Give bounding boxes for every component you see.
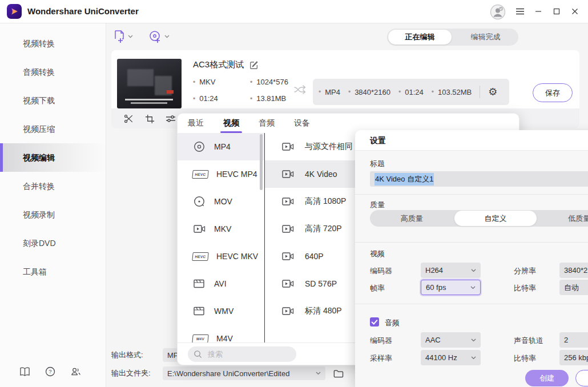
format-item-mov[interactable]: MOV <box>178 188 264 215</box>
samplerate-label: 采样率 <box>370 353 392 364</box>
sidebar-item-video-edit[interactable]: 视频编辑 <box>0 143 106 172</box>
quality-label: 质量 <box>370 200 385 210</box>
source-format: MKV <box>193 78 250 86</box>
convert-arrow-icon <box>293 83 308 96</box>
settings-panel: 设置 标题 4K Video 自定义1 质量 高质量 自定义 低质量 视频 编码… <box>355 130 588 387</box>
format-item-hevc-mkv[interactable]: HEVC HEVC MKV <box>178 243 264 270</box>
video-camera-icon <box>281 278 295 289</box>
framerate-label: 帧率 <box>370 283 385 293</box>
video-encoder-select[interactable]: H264 <box>421 263 481 278</box>
effects-sliders-icon[interactable] <box>164 112 178 126</box>
save-button[interactable]: 保存 <box>533 83 573 102</box>
open-folder-icon[interactable] <box>333 369 344 378</box>
video-camera-icon <box>281 305 295 317</box>
tab-video[interactable]: 视频 <box>223 114 239 133</box>
output-format-label: 输出格式: <box>111 350 163 360</box>
audio-bitrate-field[interactable]: 256 kbps <box>559 350 588 365</box>
sidebar-item-toolbox[interactable]: 工具箱 <box>0 257 106 286</box>
framerate-select[interactable]: 60 fps <box>421 280 481 295</box>
contacts-icon[interactable] <box>70 366 81 377</box>
tab-edit-done[interactable]: 编辑完成 <box>454 30 517 45</box>
tab-device[interactable]: 设备 <box>294 114 310 133</box>
samplerate-select[interactable]: 44100 Hz <box>421 350 481 365</box>
format-item-m4v[interactable]: M4V M4V <box>178 325 264 343</box>
source-duration: 01:24 <box>193 94 250 103</box>
menu-icon[interactable] <box>512 0 529 23</box>
minimize-button[interactable] <box>530 0 547 23</box>
output-folder-select[interactable]: E:\Wondershare UniConverter\Edited <box>163 366 325 380</box>
format-item-hevc-mp4[interactable]: HEVC HEVC MP4 <box>178 160 264 188</box>
audio-section-label: 音频 <box>385 318 400 328</box>
audio-encoder-select[interactable]: AAC <box>421 332 481 348</box>
crop-icon[interactable] <box>143 112 156 126</box>
sidebar-item-screen-record[interactable]: 视频录制 <box>0 200 106 229</box>
video-camera-icon <box>281 141 295 152</box>
tab-recent[interactable]: 最近 <box>188 114 204 133</box>
tab-editing[interactable]: 正在编辑 <box>388 30 452 45</box>
search-icon <box>194 350 202 358</box>
hevc-badge-icon: HEVC <box>192 252 209 261</box>
output-duration: 01:24 <box>398 88 424 96</box>
resolution-label: 分辨率 <box>514 266 536 276</box>
clapperboard-icon <box>192 278 206 289</box>
video-camera-icon <box>281 251 295 262</box>
video-bitrate-field[interactable]: 自动 <box>559 280 588 295</box>
video-thumbnail[interactable] <box>117 59 182 108</box>
titlebar: Wondershare UniConverter <box>0 0 588 23</box>
format-item-mkv[interactable]: MKV <box>178 215 264 243</box>
audio-channel-field[interactable]: 2 <box>559 332 588 348</box>
audio-bitrate-label: 比特率 <box>514 353 536 364</box>
video-camera-icon <box>281 168 295 180</box>
format-list-scrollbar[interactable] <box>260 134 263 190</box>
format-item-avi[interactable]: AVI <box>178 270 264 297</box>
source-resolution: 1024*576 <box>250 78 288 86</box>
secondary-button-partial[interactable] <box>575 370 588 386</box>
sidebar-item-video-compress[interactable]: 视频压缩 <box>0 115 106 143</box>
sidebar-item-video-convert[interactable]: 视频转换 <box>0 29 106 58</box>
sidebar: 视频转换 音频转换 视频下载 视频压缩 视频编辑 合并转换 视频录制 刻录DVD… <box>0 23 106 387</box>
output-folder-row: 输出文件夹: E:\Wondershare UniConverter\Edite… <box>111 366 344 380</box>
add-disc-button[interactable] <box>148 30 170 43</box>
format-item-mp4[interactable]: MP4 <box>178 133 264 160</box>
quality-option-low[interactable]: 低质量 <box>538 211 588 226</box>
video-camera-icon <box>281 196 295 207</box>
sidebar-item-burn-dvd[interactable]: 刻录DVD <box>0 229 106 257</box>
search-input-wrap[interactable] <box>188 346 296 362</box>
close-button[interactable] <box>566 0 583 23</box>
add-file-icon <box>113 30 126 43</box>
chevron-down-icon <box>164 35 170 38</box>
video-section-label: 视频 <box>370 249 385 259</box>
audio-checkbox[interactable] <box>370 317 379 326</box>
format-item-wmv[interactable]: WMV <box>178 297 264 325</box>
resolution-field[interactable]: 3840*2160 <box>559 263 588 278</box>
guide-book-icon[interactable] <box>19 366 30 377</box>
disc-dot-icon <box>192 195 206 208</box>
task-title: AC3格式测试 <box>193 59 244 70</box>
add-file-button[interactable] <box>113 30 133 43</box>
create-button[interactable]: 创建 <box>525 370 569 386</box>
app-title: Wondershare UniConverter <box>27 0 139 23</box>
account-avatar-icon[interactable] <box>490 4 506 20</box>
source-size: 13.81MB <box>250 94 288 103</box>
quality-segmented-control: 高质量 自定义 低质量 <box>370 210 588 227</box>
audio-channel-label: 声音轨道 <box>514 336 543 346</box>
tab-audio[interactable]: 音频 <box>259 114 275 133</box>
title-input[interactable]: 4K Video 自定义1 <box>370 171 588 187</box>
quality-option-high[interactable]: 高质量 <box>370 211 453 226</box>
sidebar-item-audio-convert[interactable]: 音频转换 <box>0 58 106 86</box>
sidebar-footer: ? <box>0 366 125 377</box>
output-settings-gear-icon[interactable]: ⚙ <box>488 87 497 97</box>
maximize-button[interactable] <box>548 0 565 23</box>
divider <box>480 86 480 98</box>
search-input[interactable] <box>207 349 283 359</box>
rename-icon[interactable] <box>249 61 259 70</box>
trim-scissors-icon[interactable] <box>122 112 135 126</box>
quality-option-custom[interactable]: 自定义 <box>454 211 537 226</box>
video-camera-icon <box>281 223 295 235</box>
disc-icon <box>192 140 206 154</box>
m4v-badge-icon: M4V <box>192 334 209 343</box>
svg-text:?: ? <box>49 368 51 374</box>
sidebar-item-merge-convert[interactable]: 合并转换 <box>0 172 106 200</box>
help-icon[interactable]: ? <box>45 366 55 377</box>
sidebar-item-video-download[interactable]: 视频下载 <box>0 86 106 115</box>
